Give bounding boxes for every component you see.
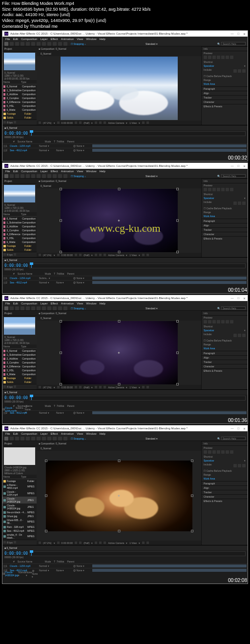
project-item[interactable]: 4_DifferenceComposition (2, 232, 37, 236)
tracker-panel[interactable]: Tracker (202, 95, 248, 100)
menu-item[interactable]: Edit (13, 302, 18, 305)
project-item[interactable]: SolidsFolder (2, 248, 37, 252)
3d-icon[interactable] (104, 121, 106, 124)
tool-icon[interactable] (4, 437, 8, 441)
channel-icon[interactable] (79, 386, 82, 388)
composition-canvas[interactable]: ✦ (61, 321, 178, 384)
anchor-icon[interactable]: ✦ (117, 494, 121, 498)
timeline-layer[interactable]: 1 Clouds - 1154.mp4 Normal ▾ @ None ▾ (2, 564, 248, 568)
next-frame-icon[interactable] (217, 56, 220, 59)
transparency-icon[interactable] (99, 121, 102, 124)
inc-icon[interactable] (233, 69, 237, 73)
mute-icon[interactable] (230, 56, 233, 59)
tool-icon[interactable] (53, 306, 57, 310)
project-item[interactable]: Rain - 328.mp4MPEG (2, 525, 37, 529)
grid-icon[interactable] (39, 542, 41, 544)
prev-frame-icon[interactable] (208, 450, 211, 454)
minimize-icon[interactable]: — (230, 427, 233, 430)
paragraph-panel[interactable]: Paragraph (202, 481, 248, 485)
handle[interactable] (176, 251, 179, 253)
menu-item[interactable]: Composition (21, 38, 37, 40)
region-icon[interactable] (95, 542, 97, 544)
res-icon[interactable] (57, 386, 60, 388)
project-item[interactable]: 6_MatteComposition (2, 108, 37, 112)
composition-canvas[interactable] (61, 57, 178, 120)
camera-select[interactable]: Active Camera (108, 254, 124, 257)
menu-item[interactable]: File (5, 170, 10, 173)
new-comp-icon[interactable] (3, 385, 6, 388)
mute-icon[interactable] (230, 450, 233, 454)
handle[interactable] (118, 320, 120, 322)
new-comp-icon[interactable] (3, 253, 6, 256)
handle[interactable] (60, 220, 62, 222)
last-frame-icon[interactable] (221, 320, 225, 323)
align-panel[interactable]: Align (202, 485, 248, 490)
tool-icon[interactable] (58, 42, 62, 46)
blend-mode[interactable]: Normal ▾ (39, 144, 56, 147)
time-display[interactable]: 0:00:00:00 (62, 121, 73, 124)
channel-icon[interactable] (79, 254, 82, 256)
menu-item[interactable]: Window (86, 432, 96, 435)
handle[interactable] (60, 320, 62, 322)
snapping-toggle[interactable]: ☐ Snapping ⟂ (71, 175, 86, 178)
transparency-icon[interactable] (99, 386, 102, 388)
project-item[interactable]: 6_MatteComposition (2, 240, 37, 244)
timeline-tab[interactable]: ■ 0_Normal (4, 546, 17, 549)
blend-mode[interactable]: Normal ▾ (39, 564, 56, 567)
project-item[interactable]: 3_ComplexComposition (2, 96, 37, 100)
loop-icon[interactable] (226, 56, 229, 59)
view-opt-icon[interactable] (142, 386, 145, 388)
tool-icon[interactable] (10, 306, 14, 310)
last-frame-icon[interactable] (221, 450, 225, 454)
trash-icon[interactable] (14, 541, 16, 543)
comp-tab[interactable]: ■ Composition: 0_Normal (37, 311, 201, 316)
handle[interactable] (45, 530, 47, 532)
search-input[interactable] (221, 174, 246, 178)
timeline-layer[interactable]: 1 Clouds - 1154.mp4 Subtra... ▾ @ None ▾ (2, 276, 248, 280)
menu-item[interactable]: Help (100, 170, 105, 173)
transparency-icon[interactable] (99, 542, 102, 544)
menu-item[interactable]: Layer (40, 432, 47, 435)
trash-icon[interactable] (14, 253, 16, 256)
tool-icon[interactable] (53, 174, 57, 178)
composition-canvas[interactable]: ✦ (46, 461, 192, 531)
prev-frame-icon[interactable] (208, 188, 211, 191)
playhead[interactable] (31, 132, 32, 136)
timeline-tab[interactable]: ■ 0_Normal (4, 126, 17, 129)
align-panel[interactable]: Align (202, 355, 248, 360)
menu-item[interactable]: Edit (13, 432, 18, 435)
last-frame-icon[interactable] (221, 56, 225, 59)
first-frame-icon[interactable] (204, 56, 207, 59)
tool-icon[interactable] (47, 42, 51, 46)
project-item[interactable]: 1_SubtractiveComposition (2, 88, 37, 92)
loop-icon[interactable] (226, 450, 229, 454)
layer-bar[interactable] (92, 564, 247, 567)
project-item[interactable]: 1_SubtractiveComposition (2, 353, 37, 357)
menu-item[interactable]: Help (100, 38, 105, 40)
menu-item[interactable]: Layer (40, 302, 47, 305)
paragraph-panel[interactable]: Paragraph (202, 351, 248, 355)
camera-select[interactable]: Active Camera (108, 121, 124, 124)
play-icon[interactable] (212, 320, 216, 323)
menu-item[interactable]: Animation (61, 432, 74, 435)
paragraph-panel[interactable]: Paragraph (202, 219, 248, 223)
project-item[interactable]: FootageFolder (2, 376, 37, 380)
playhead[interactable] (31, 396, 32, 400)
project-item[interactable]: smoke_4 - On black...MPEG (2, 533, 37, 540)
info-panel[interactable]: Info (202, 179, 248, 183)
handle[interactable] (45, 495, 47, 497)
inc-icon[interactable] (242, 69, 246, 73)
layer-bar[interactable] (92, 281, 247, 284)
handle[interactable] (191, 495, 193, 497)
close-icon[interactable]: ✕ (243, 427, 246, 430)
handle[interactable] (118, 251, 120, 253)
menu-item[interactable]: Effect (50, 302, 58, 305)
tool-icon[interactable] (21, 42, 24, 46)
tool-icon[interactable] (42, 437, 46, 441)
search-input[interactable] (221, 437, 246, 440)
tool-icon[interactable] (53, 437, 57, 441)
snapping-toggle[interactable]: ☐ Snapping ⟂ (71, 437, 86, 440)
layer-bar[interactable] (92, 277, 247, 280)
tool-icon[interactable] (42, 42, 46, 46)
camera-select[interactable]: Active Camera (108, 386, 124, 389)
